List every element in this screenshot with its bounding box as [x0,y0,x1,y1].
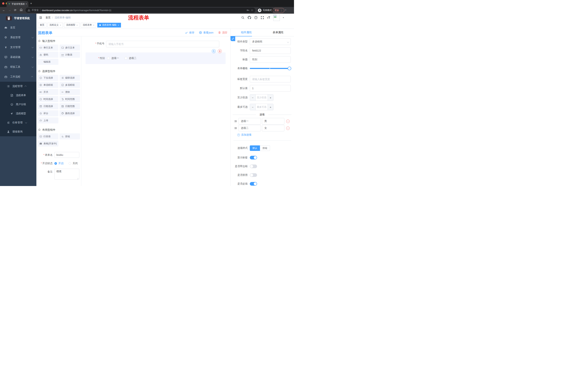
palette-item-date-range[interactable]: 日期范围 [60,103,80,109]
palette-item-rate[interactable]: 评分 [38,110,58,116]
url-host[interactable]: dashboard.yudao.iocoder.cn [42,9,73,12]
with-border-toggle[interactable] [250,165,257,168]
gender-option-2[interactable]: 选项二 [125,57,136,60]
palette-item-time-range[interactable]: 时间范围 [60,96,80,102]
reload-icon[interactable]: ⟳ [14,8,16,12]
sidebar-item-process-form[interactable]: 流程表单 [0,91,36,100]
radio-on-icon[interactable] [54,162,57,165]
close-icon[interactable]: × [60,24,61,26]
avatar[interactable] [273,14,280,21]
close-icon[interactable]: × [93,24,94,26]
status-radio-off[interactable]: 关闭 [69,162,78,165]
style-default-button[interactable]: 默认 [250,145,260,151]
style-button-button[interactable]: 按钮 [260,145,270,151]
title-input[interactable] [250,56,291,63]
clear-button[interactable]: 清空 [218,31,227,34]
sidebar-item-payment[interactable]: ¥ 支付管理 [0,43,36,52]
palette-item-row-container[interactable]: 行容器 [38,133,58,139]
checkbox-icon[interactable] [125,57,127,60]
checkbox-icon[interactable] [107,57,110,60]
phone-field-input[interactable] [106,41,219,47]
option-value-input[interactable] [262,125,284,131]
close-icon[interactable]: × [76,24,77,26]
avatar-caret-icon[interactable]: ▾ [283,17,284,19]
decrease-button[interactable]: − [250,104,256,110]
forward-icon[interactable]: → [8,8,11,12]
back-icon[interactable]: ← [2,8,5,12]
increase-button[interactable]: + [268,95,273,101]
drag-handle-icon[interactable] [234,120,237,123]
palette-item-checkbox-group[interactable]: 多选框组 [60,82,80,88]
slider-track[interactable] [250,68,291,69]
sidebar-item-user-group[interactable]: 用户分组 [0,100,36,109]
option-value-input[interactable] [262,118,284,125]
help-icon[interactable] [254,16,258,19]
increase-button[interactable]: + [268,104,273,110]
form-grid-slider[interactable] [250,65,291,72]
gender-option-1[interactable]: 选项一 [107,57,119,60]
tag-process-model[interactable]: 流程模型× [64,23,80,28]
tag-home[interactable]: 首页 [38,23,46,28]
component-type-value[interactable] [250,38,291,45]
min-select-value[interactable]: 至少应选 [256,95,268,101]
browser-menu-icon[interactable]: ⋮ [280,9,283,12]
sidebar-item-leave-query[interactable]: 请假查询 [0,127,36,136]
security-label[interactable]: 不安全 [32,9,39,12]
sidebar-item-devtools[interactable]: 研发工具 [0,62,36,72]
close-tab-icon[interactable]: × [26,3,27,5]
breadcrumb-home[interactable]: 首页 [45,16,51,19]
sidebar-item-process-mgmt[interactable]: 流程管理 [0,82,36,91]
sidebar-item-infra[interactable]: 基础设施 [0,52,36,62]
palette-item-button[interactable]: 按钮 [60,133,80,139]
password-key-icon[interactable] [247,9,249,12]
new-tab-button[interactable]: + [30,2,32,5]
palette-item-single-line-text[interactable]: 单行文本 [38,45,58,51]
bookmark-star-icon[interactable]: ☆ [251,9,253,12]
github-icon[interactable] [248,16,251,19]
save-button[interactable]: 保存 [185,31,194,34]
default-value-input[interactable] [250,85,291,92]
form-name-input[interactable] [54,152,79,158]
remove-option-button[interactable]: − [286,120,290,123]
remove-option-button[interactable]: − [286,127,290,130]
palette-item-table-dev[interactable]: 表格[开发中] [38,140,58,147]
drag-handle-icon[interactable] [234,127,237,130]
palette-item-dropdown[interactable]: 下拉选择 [38,75,58,81]
add-option-button[interactable]: + 添加选项 [237,133,294,137]
slider-handle[interactable] [288,67,291,70]
link-toggle-button[interactable] [231,36,235,41]
toolbar-caret-icon[interactable]: ▾ [285,9,286,11]
collapse-sidebar-icon[interactable] [39,16,42,19]
palette-item-date-picker[interactable]: 日期选择 [38,103,58,109]
palette-item-slider[interactable]: 滑块 [60,89,80,95]
sidebar-item-process-model[interactable]: 流程模型 [0,109,36,118]
palette-item-radio-group[interactable]: 单选框组 [38,82,58,88]
close-icon[interactable]: × [118,24,119,26]
palette-item-editor[interactable]: 编辑器 [38,59,58,65]
resize-grip[interactable] [77,178,79,180]
max-select-stepper[interactable]: − 最多可选 + [250,104,273,110]
component-type-select[interactable] [250,38,291,45]
tag-process-form[interactable]: 流程表单× [81,23,96,28]
form-remark-textarea[interactable]: 嘿嘿 [54,169,79,180]
sidebar-item-task-mgmt[interactable]: 任务管理 [0,118,36,127]
max-select-value[interactable]: 最多可选 [256,104,268,110]
required-toggle[interactable] [250,182,257,186]
browser-update-button[interactable]: 更新 ⋮ [273,8,284,13]
disabled-toggle[interactable] [250,173,257,177]
palette-item-color-picker[interactable]: 颜色选择 [60,110,80,116]
close-window-button[interactable] [2,2,4,5]
radio-off-icon[interactable] [69,162,71,165]
field-name-input[interactable] [250,47,291,54]
sidebar-item-home[interactable]: 首页 [0,23,36,32]
delete-component-button[interactable] [218,49,222,53]
palette-item-time-picker[interactable]: 时间选择 [38,96,58,102]
tab-component-props[interactable]: 组件属性 [231,29,262,36]
fullscreen-icon[interactable] [261,16,264,19]
palette-item-upload[interactable]: 上传 [38,117,58,123]
sidebar-item-workflow[interactable]: 工作流程 [0,72,36,82]
tag-process-definition[interactable]: 流程定义× [47,23,63,28]
selected-component-gender[interactable]: *性别 选项一 选项二 [85,53,226,64]
browser-tab[interactable]: 芋道管理系统 × [7,1,28,7]
label-width-input[interactable] [250,76,291,83]
